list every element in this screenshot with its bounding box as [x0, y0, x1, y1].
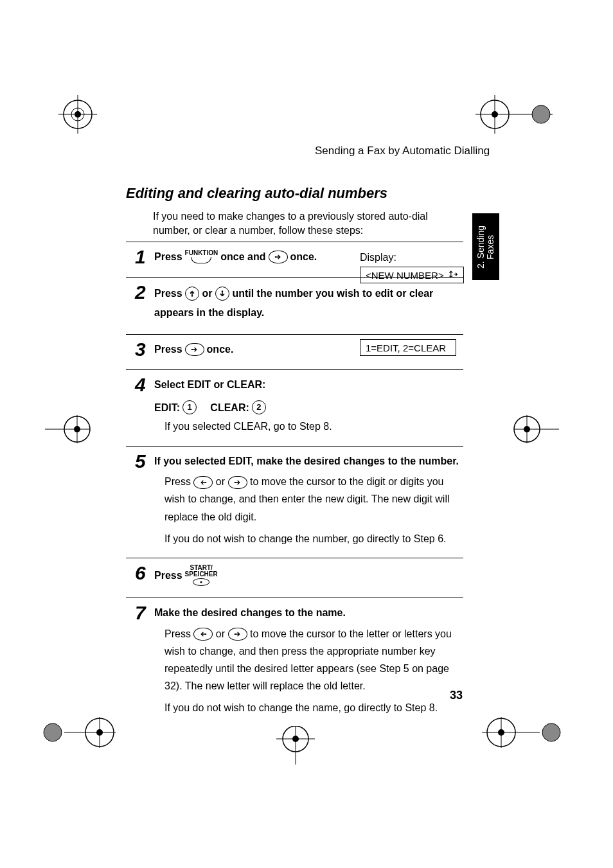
step-text: or [216, 628, 225, 639]
page: Sending a Fax by Automatic Dialling Edit… [0, 0, 613, 868]
right-arrow-key-icon [228, 476, 247, 489]
funktion-key-icon: FUNKTION [185, 250, 218, 263]
step-2: 2 Press or until the number you wish to … [126, 277, 463, 335]
svg-point-35 [191, 349, 192, 350]
step-5: 5 If you selected EDIT, make the desired… [126, 446, 463, 558]
svg-point-8 [492, 111, 498, 118]
right-arrow-key-icon [228, 628, 247, 641]
step-text: Press [154, 567, 182, 584]
right-arrow-key-icon [269, 251, 288, 263]
step-text: Press [154, 341, 182, 358]
regmark-mr [508, 410, 559, 448]
left-arrow-key-icon [193, 628, 213, 641]
svg-point-4 [75, 111, 81, 118]
start-label-line2: SPEICHER [185, 571, 218, 578]
step-number: 7 [135, 602, 146, 624]
step-heading: If you selected EDIT, make the desired c… [154, 453, 463, 470]
svg-point-39 [234, 633, 235, 635]
step-1: 1 Press FUNKTION once and once. [126, 242, 463, 277]
regmark-bl [39, 713, 122, 758]
step-text: Press [154, 288, 182, 299]
regmark-tl [49, 95, 107, 140]
svg-point-32 [274, 256, 276, 258]
funktion-key-label: FUNKTION [185, 250, 218, 256]
step-text: or [202, 288, 213, 299]
digit-2-key-icon: 2 [252, 400, 266, 414]
chapter-tab-label: 2. Sending Faxes [476, 226, 495, 269]
step-7: 7 Make the desired changes to the name. … [126, 598, 463, 727]
page-number: 33 [450, 689, 463, 702]
svg-point-17 [524, 426, 530, 432]
svg-point-9 [532, 105, 550, 123]
step-number: 3 [135, 339, 146, 360]
step-number: 2 [135, 281, 146, 303]
regmark-ml [45, 410, 96, 448]
step-number: 6 [135, 562, 146, 584]
step-number: 1 [135, 246, 146, 268]
left-arrow-key-icon [193, 476, 213, 489]
regmark-tr [469, 95, 559, 140]
digit-1-key-icon: 1 [182, 400, 197, 414]
step-number: 4 [135, 374, 146, 396]
steps-list: 1 Press FUNKTION once and once. 2 [126, 242, 463, 727]
step-3: 3 Press once. [126, 334, 463, 369]
step-text: If you do not wish to change the name, g… [164, 701, 463, 715]
svg-point-22 [96, 729, 103, 736]
regmark-bc [270, 726, 321, 771]
regmark-br [475, 713, 565, 758]
edit-label: EDIT: [154, 400, 180, 416]
down-arrow-key-icon [215, 287, 229, 301]
svg-point-37 [234, 482, 235, 483]
running-header: Sending a Fax by Automatic Dialling [315, 145, 490, 157]
svg-point-18 [44, 723, 62, 741]
step-heading: Select EDIT or CLEAR: [154, 376, 463, 393]
step-text: once. [207, 341, 234, 358]
section-title: Editing and clearing auto-dial numbers [126, 185, 387, 202]
step-number: 5 [135, 450, 146, 472]
step-note: If you selected CLEAR, go to Step 8. [164, 420, 463, 434]
svg-point-27 [542, 723, 560, 741]
step-text: once and [220, 249, 265, 265]
step-text: If you do not wish to change the number,… [164, 532, 463, 546]
step-text: Press [164, 628, 191, 639]
step-text: once. [290, 249, 317, 265]
right-arrow-key-icon [185, 343, 204, 356]
step-6: 6 Press START/ SPEICHER [126, 558, 463, 598]
intro-paragraph: If you need to make changes to a previou… [153, 209, 461, 237]
svg-point-33 [191, 296, 193, 297]
up-arrow-key-icon [185, 287, 199, 301]
svg-point-26 [498, 729, 504, 736]
step-4: 4 Select EDIT or CLEAR: EDIT: 1 CLEAR: 2… [126, 369, 463, 446]
step-heading: Make the desired changes to the name. [154, 605, 463, 621]
chapter-tab: 2. Sending Faxes [472, 213, 499, 280]
svg-point-34 [222, 291, 223, 292]
start-speicher-key-icon: START/ SPEICHER [185, 565, 218, 586]
step-text: Press [164, 476, 191, 487]
step-text: or [216, 476, 225, 487]
svg-point-31 [292, 736, 299, 742]
svg-point-13 [74, 426, 80, 432]
svg-point-36 [205, 482, 206, 483]
clear-label: CLEAR: [210, 400, 249, 416]
svg-point-38 [205, 633, 206, 635]
step-text: Press [154, 249, 182, 265]
